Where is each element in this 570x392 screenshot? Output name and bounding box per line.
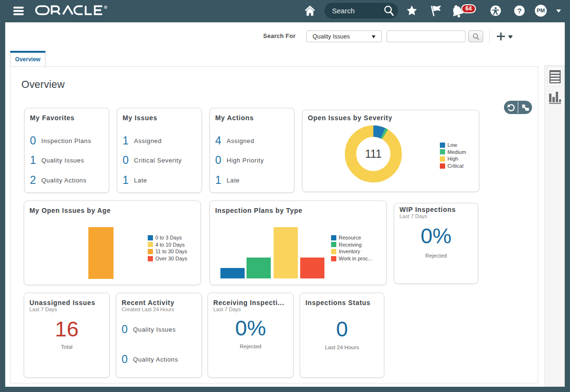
svg-text:111: 111	[365, 148, 382, 160]
svg-text:R: R	[104, 6, 106, 9]
svg-text:?: ?	[517, 7, 522, 15]
